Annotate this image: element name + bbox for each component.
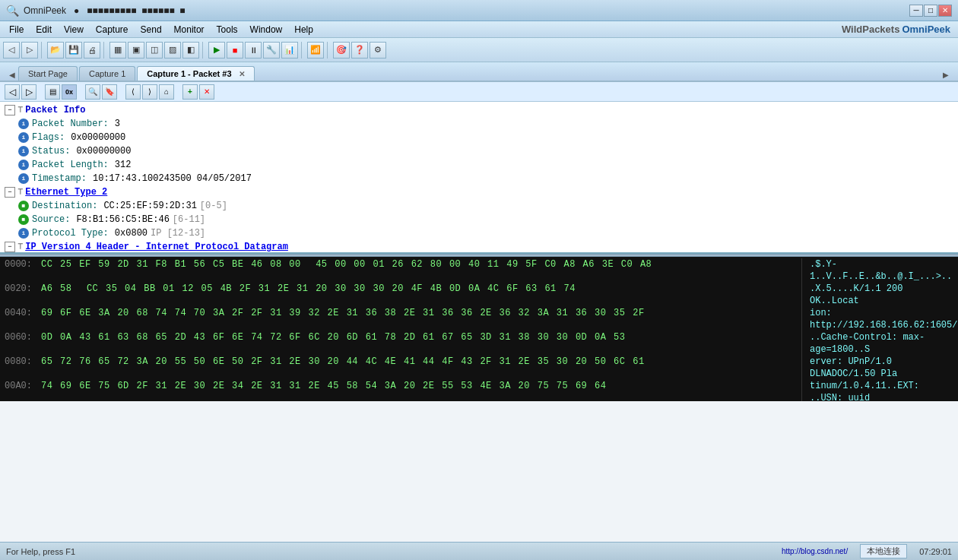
status-row: i Status: 0x00000000 xyxy=(15,144,958,158)
menubar: File Edit View Capture Send Monitor Tool… xyxy=(0,21,958,38)
timestamp-row: i Timestamp: 10:17:43.100243500 04/05/20… xyxy=(15,172,958,185)
stb-find-button[interactable]: 🔍 xyxy=(85,84,100,100)
stb-del-button[interactable]: ✕ xyxy=(199,84,214,100)
stb-bookmark-button[interactable]: 🔖 xyxy=(102,84,117,100)
packet-info-expand-icon[interactable]: − xyxy=(5,105,15,115)
tb-open-button[interactable]: 📂 xyxy=(47,42,64,59)
stb-forward-button[interactable]: ▷ xyxy=(21,84,36,100)
hex-row-00a0: 00A0: 74 69 6E 75 6D 2F 31 2E 30 2E 34 2… xyxy=(3,380,955,401)
tb-play-button[interactable]: ▶ xyxy=(208,42,225,59)
hex-row-0040: 0040: 69 6F 6E 3A 20 68 74 74 70 3A 2F 2… xyxy=(3,307,955,331)
tab-nav-left[interactable]: ◀ xyxy=(6,69,18,81)
menu-monitor[interactable]: Monitor xyxy=(168,23,211,36)
tb-btn-2[interactable]: ▣ xyxy=(128,42,144,59)
tb-print-button[interactable]: 🖨 xyxy=(84,42,100,59)
eth-proto-extra: IP [12-13] xyxy=(151,227,205,239)
ethernet-label[interactable]: Ethernet Type 2 xyxy=(25,186,107,198)
app-icon: 🔍 xyxy=(6,5,19,17)
packet-number-icon: i xyxy=(18,119,29,129)
tb-stop-button[interactable]: ■ xyxy=(227,42,243,59)
hex-offset-0020: 0020: xyxy=(5,283,41,307)
hex-offset-00a0: 00A0: xyxy=(5,380,41,401)
timestamp-icon: i xyxy=(18,173,29,184)
eth-proto-icon: i xyxy=(18,228,29,239)
tb-config-button[interactable]: ⚙ xyxy=(370,42,386,59)
subtoolbar: ◁ ▷ ▤ 0x 🔍 🔖 ⟨ ⟩ ⌂ + ✕ xyxy=(0,82,958,102)
menu-send[interactable]: Send xyxy=(135,23,168,36)
brand-label: WildPackets xyxy=(842,24,899,35)
tb-save-button[interactable]: 💾 xyxy=(65,42,82,59)
tb-stats-button[interactable]: 📊 xyxy=(281,42,298,59)
tb-btn-4[interactable]: ▨ xyxy=(164,42,181,59)
length-icon: i xyxy=(18,160,29,170)
hex-bytes-0020: A6 58 CC 35 04 BB 01 12 05 4B 2F 31 2E 3… xyxy=(41,283,801,307)
titlebar-controls: ─ □ ✕ xyxy=(909,5,952,17)
tb-btn-3[interactable]: ◫ xyxy=(146,42,163,59)
menu-tools[interactable]: Tools xyxy=(211,23,244,36)
hex-row-0000: 0000: CC 25 EF 59 2D 31 F8 B1 56 C5 BE 4… xyxy=(3,258,955,283)
minimize-button[interactable]: ─ xyxy=(909,5,923,17)
eth-proto-label: Protocol Type: xyxy=(32,227,109,239)
timestamp-value: 10:17:43.100243500 04/05/2017 xyxy=(93,172,252,185)
stb-hex-button[interactable]: 0x xyxy=(62,84,77,100)
tb-btn-5[interactable]: ◧ xyxy=(182,42,199,59)
tb-pause-button[interactable]: ⏸ xyxy=(245,42,262,59)
stb-nav-prev[interactable]: ⟨ xyxy=(125,84,141,100)
tab-nav-right[interactable]: ▶ xyxy=(940,69,952,81)
hex-ascii-0000: .$.Y-1..V..F..E..&b..@.I_...>.. xyxy=(801,258,953,283)
stb-nav-home[interactable]: ⌂ xyxy=(159,84,174,100)
hex-panel[interactable]: 0000: CC 25 EF 59 2D 31 F8 B1 56 C5 BE 4… xyxy=(0,257,958,401)
packet-number-row: i Packet Number: 3 xyxy=(15,117,958,131)
tb-back-button[interactable]: ◁ xyxy=(3,42,20,59)
packet-info-section: − ⊤ Packet Info i Packet Number: 3 i Fla… xyxy=(0,103,958,185)
tb-help-button[interactable]: ❓ xyxy=(351,42,368,59)
packet-tree[interactable]: − ⊤ Packet Info i Packet Number: 3 i Fla… xyxy=(0,102,958,254)
toolbar-separator-5 xyxy=(327,42,330,59)
menu-help[interactable]: Help xyxy=(288,23,319,36)
menu-window[interactable]: Window xyxy=(244,23,289,36)
toolbar-separator-2 xyxy=(103,42,106,59)
hex-bytes-0000: CC 25 EF 59 2D 31 F8 B1 56 C5 BE 46 08 0… xyxy=(41,258,801,283)
ip-expand-icon[interactable]: − xyxy=(5,242,15,252)
tab-start-page[interactable]: Start Page xyxy=(18,66,78,81)
menu-file[interactable]: File xyxy=(3,23,30,36)
packet-info-header[interactable]: − ⊤ Packet Info xyxy=(2,103,958,117)
eth-dest-label: Destination: xyxy=(32,200,97,212)
eth-proto-row: i Protocol Type: 0x0800 IP [12-13] xyxy=(15,226,958,240)
eth-proto-value: 0x0800 xyxy=(115,227,148,239)
ethernet-expand-icon[interactable]: − xyxy=(5,187,15,198)
packet-number-value: 3 xyxy=(115,118,120,130)
eth-src-icon: ■ xyxy=(18,214,29,225)
menu-capture[interactable]: Capture xyxy=(90,23,135,36)
stb-tree-button[interactable]: ▤ xyxy=(45,84,60,100)
tb-wifi-button[interactable]: 📶 xyxy=(307,42,324,59)
hex-row-0020: 0020: A6 58 CC 35 04 BB 01 12 05 4B 2F 3… xyxy=(3,283,955,307)
empty-area xyxy=(0,401,958,543)
ethernet-section: − ⊤ Ethernet Type 2 ■ Destination: CC:25… xyxy=(0,185,958,240)
close-button[interactable]: ✕ xyxy=(938,5,952,17)
tab-capture-1-packet-3[interactable]: Capture 1 - Packet #3 ✕ xyxy=(137,66,254,81)
tb-filter-button[interactable]: 🔧 xyxy=(263,42,280,59)
ip-label[interactable]: IP Version 4 Header - Internet Protocol … xyxy=(25,241,288,253)
tab-close-icon[interactable]: ✕ xyxy=(239,70,245,78)
ethernet-header[interactable]: − ⊤ Ethernet Type 2 xyxy=(2,185,958,199)
tb-capture-button[interactable]: 🎯 xyxy=(333,42,350,59)
eth-dest-icon: ■ xyxy=(18,201,29,211)
status-label: Status: xyxy=(32,145,70,157)
status-value: 0x00000000 xyxy=(76,145,131,157)
eth-dest-row: ■ Destination: CC:25:EF:59:2D:31 [0-5] xyxy=(15,199,958,213)
toolbar: ◁ ▷ 📂 💾 🖨 ▦ ▣ ◫ ▨ ◧ ▶ ■ ⏸ 🔧 📊 📶 🎯 ❓ ⚙ xyxy=(0,38,958,62)
tab-capture-1[interactable]: Capture 1 xyxy=(79,66,135,81)
tb-forward-button[interactable]: ▷ xyxy=(21,42,38,59)
stb-nav-next[interactable]: ⟩ xyxy=(142,84,157,100)
statusbar-right: http://blog.csdn.net/ 本地连接 07:29:01 xyxy=(782,544,952,558)
ip-header[interactable]: − ⊤ IP Version 4 Header - Internet Proto… xyxy=(2,240,958,254)
stb-add-button[interactable]: + xyxy=(182,84,198,100)
tb-btn-1[interactable]: ▦ xyxy=(109,42,126,59)
menu-view[interactable]: View xyxy=(58,23,90,36)
maximize-button[interactable]: □ xyxy=(924,5,937,17)
stb-back-button[interactable]: ◁ xyxy=(5,84,20,100)
statusbar-time: 07:29:01 xyxy=(919,547,952,556)
eth-src-label: Source: xyxy=(32,214,70,226)
menu-edit[interactable]: Edit xyxy=(30,23,58,36)
